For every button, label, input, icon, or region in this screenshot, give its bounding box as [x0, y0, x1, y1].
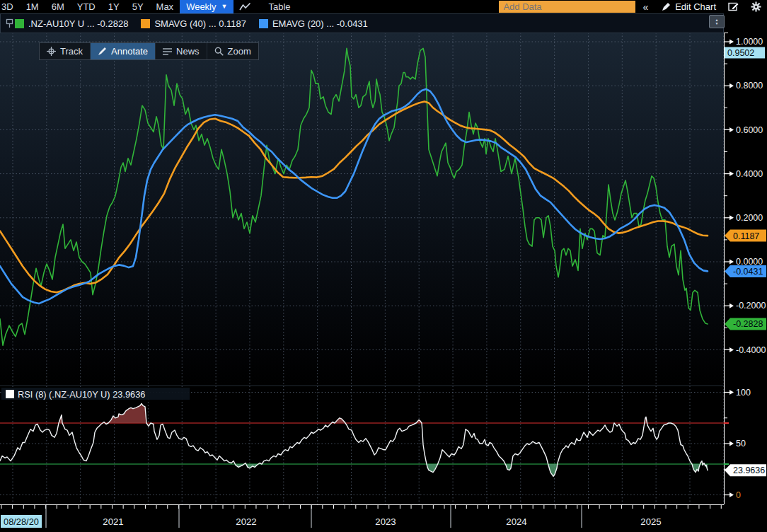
edit-chart-button[interactable]: Edit Chart — [655, 1, 722, 12]
period-button-1m[interactable]: 1M — [20, 0, 45, 13]
chart-canvas: 1.00000.80000.60000.40000.20000.0000-0.2… — [0, 0, 767, 532]
annotate-tool-label: Annotate — [111, 46, 148, 57]
annotate-tool-news[interactable]: News — [156, 43, 207, 59]
line-chart-icon — [239, 2, 251, 11]
collapse-button[interactable]: « — [635, 1, 655, 13]
legend-bar: .NZ-AU10Y U ... -0.2828SMAVG (40) ... 0.… — [0, 13, 724, 33]
emavg-color-swatch — [259, 19, 268, 28]
axis-stepper-button[interactable]: ▲ ▼ — [709, 15, 725, 28]
news-icon — [163, 47, 172, 56]
main-plot-area[interactable] — [0, 33, 724, 384]
bloomberg-chart-window: 3D1M6MYTD1Y5YMax Weekly ▼ Table « Edit C… — [0, 0, 767, 532]
period-button-6m[interactable]: 6M — [45, 0, 71, 13]
zoom-icon — [214, 47, 224, 56]
edit-chart-label: Edit Chart — [675, 1, 716, 12]
pin-icon[interactable] — [6, 18, 13, 28]
spread-color-swatch — [15, 19, 24, 28]
toolbar-right-group: « Edit Chart — [499, 0, 767, 13]
legend-items: .NZ-AU10Y U ... -0.2828SMAVG (40) ... 0.… — [15, 18, 381, 29]
pencil-icon — [662, 2, 671, 11]
time-axis[interactable] — [0, 504, 724, 531]
rsi-plot-area[interactable] — [0, 387, 724, 504]
spread-legend-text: .NZ-AU10Y U ... -0.2828 — [28, 18, 128, 29]
annotate-pencil-icon — [98, 47, 107, 56]
chart-type-button[interactable] — [233, 0, 257, 13]
add-data-input[interactable] — [499, 1, 635, 13]
chart-settings-button[interactable] — [722, 0, 745, 13]
annotate-tool-track[interactable]: Track — [40, 43, 91, 59]
period-button-3d[interactable]: 3D — [0, 0, 20, 13]
price-axis[interactable] — [724, 33, 767, 504]
period-button-max[interactable]: Max — [150, 0, 180, 13]
track-icon — [47, 47, 56, 56]
annotate-tool-label: News — [176, 46, 200, 57]
smavg-color-swatch — [141, 19, 150, 28]
chart-edit-icon — [728, 2, 739, 11]
smavg-legend-text: SMAVG (40) ... 0.1187 — [154, 18, 246, 29]
stepper-down-icon: ▼ — [715, 22, 719, 25]
frequency-label: Weekly — [186, 0, 216, 13]
period-button-group: 3D1M6MYTD1Y5YMax — [0, 0, 180, 13]
top-toolbar: 3D1M6MYTD1Y5YMax Weekly ▼ Table « Edit C… — [0, 0, 767, 13]
period-button-5y[interactable]: 5Y — [126, 0, 150, 13]
gear-icon — [751, 1, 761, 12]
annotate-tool-zoom[interactable]: Zoom — [207, 43, 258, 59]
table-button[interactable]: Table — [257, 0, 301, 13]
legend-item-spread[interactable]: .NZ-AU10Y U ... -0.2828 — [15, 18, 128, 29]
emavg-legend-text: EMAVG (20) ... -0.0431 — [272, 18, 368, 29]
legend-item-emavg[interactable]: EMAVG (20) ... -0.0431 — [259, 18, 368, 29]
annotate-tool-label: Zoom — [228, 46, 251, 57]
annotate-toolbar: TrackAnnotateNewsZoom — [39, 42, 259, 60]
legend-item-smavg[interactable]: SMAVG (40) ... 0.1187 — [141, 18, 246, 29]
annotate-tool-annotate[interactable]: Annotate — [91, 43, 156, 59]
annotate-tool-label: Track — [60, 46, 83, 57]
gear-button[interactable] — [745, 0, 767, 13]
chevron-down-icon: ▼ — [221, 0, 228, 13]
period-button-ytd[interactable]: YTD — [71, 0, 102, 13]
frequency-dropdown[interactable]: Weekly ▼ — [180, 0, 233, 13]
period-button-1y[interactable]: 1Y — [102, 0, 126, 13]
